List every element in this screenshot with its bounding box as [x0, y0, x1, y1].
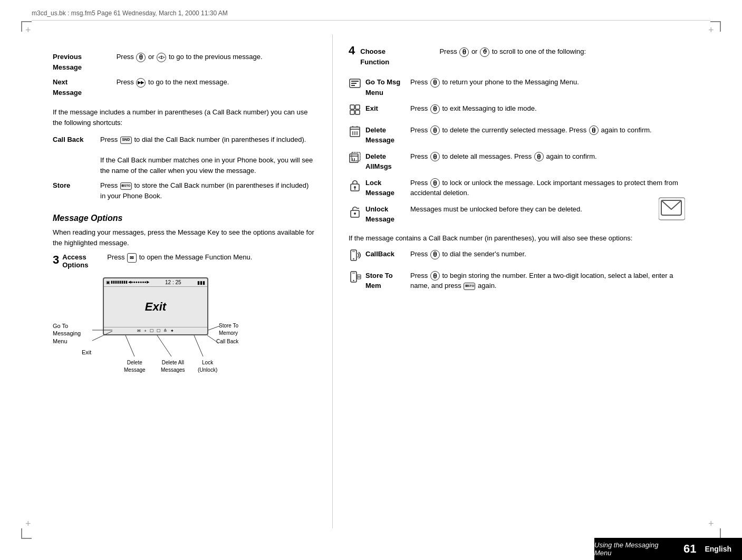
callback-store-table: Call Back Press SND to dial the Call Bac…	[53, 133, 316, 204]
phone-screen: ▣ ▮▮▮▮▮▮▮▮ ◀●●●●●●●▶ 12 : 25 ▮▮▮ Exit ✉ …	[103, 277, 208, 335]
function-delete-row: DeleteMessage Press θ to delete the curr…	[349, 123, 689, 150]
icon-box1: ☐	[150, 329, 153, 333]
deleteall-label: DeleteAllMsgs	[365, 150, 410, 176]
store-row: Store Press ⊞STO to store the Call Back …	[53, 179, 316, 204]
previous-message-label: PreviousMessage	[53, 50, 117, 75]
step3-content: AccessOptions Press ✉ to open the Messag…	[62, 253, 252, 269]
extra-store-row: Store ToMem Press θ to begin storing the…	[349, 269, 689, 295]
svg-rect-8	[351, 81, 359, 82]
function-deleteall-row: DeleteAllMsgs Press θ to delete all mess…	[349, 150, 689, 176]
signal-bars: ▮▮▮▮▮▮▮▮	[111, 280, 128, 285]
footer-bar: Using the Messaging Menu 61 English	[594, 538, 742, 560]
step3-desc: Press ✉ to open the Message Function Men…	[107, 253, 252, 263]
theta-callback: θ	[430, 250, 440, 259]
theta-deleteall-confirm: θ	[534, 152, 544, 161]
extra-callback-icon-cell	[349, 247, 365, 269]
icon-star: ✦	[170, 329, 174, 333]
theta-store: θ	[430, 271, 440, 281]
deleteall-desc: Press θ to delete all messages. Press θ …	[410, 150, 689, 176]
unlock-icon-cell	[349, 202, 365, 229]
theta-delete: θ	[430, 125, 440, 135]
store-label: Store	[53, 179, 100, 204]
svg-line-2	[126, 335, 134, 356]
sto-icon: ⊞STO	[120, 182, 132, 190]
svg-line-4	[194, 335, 203, 356]
functions-table: Go To MsgMenu Press θ to return your pho…	[349, 75, 689, 229]
column-divider	[332, 34, 333, 528]
goto-icon-cell	[349, 75, 365, 102]
extra-callback-desc: Press θ to dial the sender's number.	[410, 247, 689, 269]
exit-icon-cell	[349, 102, 365, 123]
callback-label: Call Back	[53, 133, 100, 179]
svg-point-34	[353, 258, 354, 259]
prev-next-table: PreviousMessage Press θ or ◁▷ to go to t…	[53, 50, 316, 101]
diag-lock: Lock(Unlock)	[198, 359, 217, 374]
step4-number: 4	[349, 45, 355, 56]
screen-time: 12 : 25	[165, 279, 181, 285]
section-heading: Message Options	[53, 214, 316, 223]
icon-box2: ☐	[157, 329, 160, 333]
lock-desc: Press θ to lock or unlock the message. L…	[410, 176, 689, 202]
right-column: 4 ChooseFunction Press θ or ϑ to scroll …	[349, 34, 689, 528]
previous-message-row: PreviousMessage Press θ or ◁▷ to go to t…	[53, 50, 316, 75]
screen-bottom-icons: ✉ + ☐ ☐ ≙ ✦	[104, 327, 207, 334]
delete-icon-cell	[349, 123, 365, 150]
footer-page-number: 61	[683, 542, 696, 556]
lock-icon-cell	[349, 176, 365, 202]
function-exit-row: Exit Press θ to exit Messaging to idle m…	[349, 102, 689, 123]
next-message-row: NextMessage Press ▶▶ to go to the next m…	[53, 75, 316, 101]
step3-label: AccessOptions	[62, 253, 102, 269]
main-content: PreviousMessage Press θ or ◁▷ to go to t…	[53, 34, 689, 528]
diag-delete: DeleteMessage	[124, 359, 146, 374]
footer-language: English	[705, 545, 731, 553]
nav-icon-next: ▶▶	[136, 78, 146, 88]
icon-msg: ✉	[137, 329, 141, 333]
unlock-desc: Messages must be unlocked before they ca…	[410, 202, 689, 229]
icon-plus: +	[144, 329, 147, 333]
svg-point-28	[354, 186, 356, 188]
extra-functions-table: CallBack Press θ to dial the sender's nu…	[349, 247, 689, 295]
screen-exit-text: Exit	[145, 287, 166, 327]
footer-page-text: Using the Messaging Menu	[594, 541, 675, 557]
theta-deleteall: θ	[430, 152, 440, 161]
unlock-label: UnlockMessage	[365, 202, 410, 229]
step4-row: ChooseFunction Press θ or ϑ to scroll to…	[360, 45, 689, 70]
exit-desc: Press θ to exit Messaging to idle mode.	[410, 102, 689, 123]
sto-icon2: ⊞STO	[464, 283, 475, 290]
msg-key-icon: ✉	[127, 253, 137, 263]
lock-icon	[349, 178, 361, 192]
svg-rect-12	[355, 105, 360, 109]
lock-label: LockMessage	[365, 176, 410, 202]
callback-row: Call Back Press SND to dial the Call Bac…	[53, 133, 316, 179]
callback-note: If the message includes a number in pare…	[53, 107, 316, 128]
svg-rect-9	[351, 83, 356, 84]
diag-callback: Call Back	[216, 338, 238, 345]
exit-label: Exit	[365, 102, 410, 123]
delete-icon	[349, 125, 361, 140]
next-message-desc: Press ▶▶ to go to the next message.	[117, 75, 316, 101]
cross-tl	[27, 29, 36, 37]
deleteall-icon-cell	[349, 150, 365, 176]
snd-icon: SND	[120, 137, 132, 144]
svg-rect-39	[357, 275, 361, 279]
svg-point-32	[354, 213, 356, 215]
theta-lock: θ	[430, 178, 440, 188]
diag-exit: Exit	[82, 349, 91, 356]
extra-store-label: Store ToMem	[365, 269, 410, 295]
svg-rect-10	[351, 85, 355, 86]
store-desc: Press ⊞STO to store the Call Back number…	[100, 179, 316, 204]
cross-tr	[710, 29, 719, 37]
step4-table: ChooseFunction Press θ or ϑ to scroll to…	[360, 45, 689, 70]
svg-line-6	[208, 326, 220, 330]
extra-store-icon-cell	[349, 269, 365, 295]
svg-rect-11	[350, 105, 354, 109]
delete-desc: Press θ to delete the currently selected…	[410, 123, 689, 150]
store-mem-icon	[349, 271, 361, 283]
icon-lock: ≙	[163, 329, 167, 333]
screen-top: ▣ ▮▮▮▮▮▮▮▮ ◀●●●●●●●▶ 12 : 25 ▮▮▮	[104, 278, 207, 287]
svg-line-3	[157, 335, 171, 356]
delete-label: DeleteMessage	[365, 123, 410, 150]
left-column: PreviousMessage Press θ or ◁▷ to go to t…	[53, 34, 316, 528]
goto-icon	[349, 77, 361, 90]
right-callback-note: If the message contains a Call Back numb…	[349, 233, 689, 244]
